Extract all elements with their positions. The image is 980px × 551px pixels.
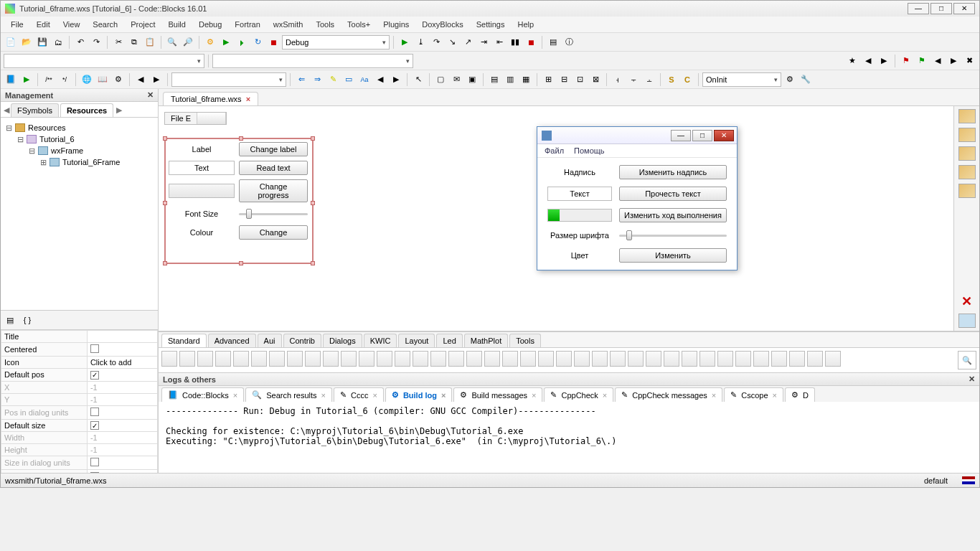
- designer-menustrip[interactable]: File E: [164, 112, 227, 125]
- designer-btn-read-text[interactable]: Read text: [239, 161, 308, 175]
- designer-slider[interactable]: [239, 208, 308, 220]
- palette-widget-0[interactable]: [161, 351, 177, 367]
- tree-twisty-icon[interactable]: ⊟: [5, 122, 12, 133]
- palette-widget-2[interactable]: [197, 351, 213, 367]
- jump-combo[interactable]: [171, 72, 286, 87]
- debug-windows-icon[interactable]: ▤: [546, 35, 560, 50]
- property-grid[interactable]: TitleCenteredIconClick to addDefault pos…: [1, 329, 158, 473]
- prop-key[interactable]: Title: [1, 331, 88, 343]
- palette-tab-dialogs[interactable]: Dialogs: [323, 334, 362, 347]
- bookmark-prev-icon[interactable]: ◀: [861, 54, 875, 68]
- grid1-icon[interactable]: ⊞: [541, 72, 555, 87]
- tree-twisty-icon[interactable]: ⊞: [39, 156, 47, 168]
- log-tab-cccc[interactable]: ✎Cccc×: [334, 387, 384, 402]
- save-icon[interactable]: 💾: [35, 35, 50, 50]
- event-combo[interactable]: OnInit: [702, 72, 781, 87]
- copy-icon[interactable]: ⧉: [127, 35, 141, 50]
- runtime-minimize-button[interactable]: —: [671, 130, 691, 141]
- step-out-icon[interactable]: ↗: [461, 35, 475, 50]
- tree-root[interactable]: Resources: [28, 122, 66, 133]
- gear-icon[interactable]: ⚙: [783, 72, 797, 87]
- runtime-text-field[interactable]: Текст: [547, 187, 612, 201]
- align3-icon[interactable]: ⫠: [642, 72, 656, 87]
- undo-icon[interactable]: ↶: [73, 35, 88, 50]
- grid4-icon[interactable]: ⊠: [588, 72, 603, 87]
- comment-block-icon[interactable]: /**: [42, 72, 56, 87]
- palette-widget-13[interactable]: [395, 351, 410, 367]
- arrow-left-icon[interactable]: ⇐: [294, 72, 308, 87]
- palette-widget-26[interactable]: [628, 351, 644, 367]
- menu-help[interactable]: Help: [512, 18, 540, 31]
- maximize-button[interactable]: □: [930, 3, 952, 14]
- designer-btn-change-label[interactable]: Change label: [239, 142, 308, 156]
- tree-twisty-icon[interactable]: ⊟: [17, 133, 24, 145]
- prop-val[interactable]: [87, 405, 157, 419]
- layout3-icon[interactable]: ▦: [519, 72, 533, 87]
- palette-tab-led[interactable]: Led: [436, 334, 462, 347]
- designer-btn-change-progress[interactable]: Change progress: [239, 179, 308, 202]
- dock-tool5-icon[interactable]: [958, 184, 976, 198]
- log-tab-search[interactable]: 🔍Search results×: [245, 387, 332, 402]
- select-icon[interactable]: ▭: [341, 72, 356, 87]
- menu-file[interactable]: File: [5, 18, 29, 31]
- management-close-icon[interactable]: ✕: [147, 90, 154, 100]
- designer-progress[interactable]: [169, 184, 235, 198]
- runtime-slider[interactable]: [619, 230, 727, 241]
- highlight-icon[interactable]: ✎: [326, 72, 340, 87]
- minimize-button[interactable]: —: [908, 3, 929, 14]
- palette-widget-20[interactable]: [520, 351, 536, 367]
- build-run-icon[interactable]: ⏵: [235, 35, 249, 50]
- palette-widget-10[interactable]: [341, 351, 357, 367]
- build-icon[interactable]: ⚙: [203, 35, 217, 50]
- wrench-icon[interactable]: 🔧: [798, 72, 813, 87]
- close-button[interactable]: ✕: [953, 3, 975, 14]
- log-tab-buildlog[interactable]: ⚙Build log×: [385, 387, 452, 402]
- palette-widget-36[interactable]: [807, 351, 823, 367]
- palette-widget-7[interactable]: [287, 351, 303, 367]
- prop-key[interactable]: Centered: [1, 343, 88, 357]
- palette-widget-33[interactable]: [753, 351, 769, 367]
- paste-icon[interactable]: 📋: [143, 35, 157, 50]
- bookmark-toggle-icon[interactable]: ★: [845, 54, 859, 68]
- menu-plugins[interactable]: Plugins: [377, 18, 415, 31]
- palette-widget-30[interactable]: [699, 351, 715, 367]
- menu-settings[interactable]: Settings: [471, 18, 511, 31]
- menu-build[interactable]: Build: [162, 18, 191, 31]
- next-line-icon[interactable]: ↷: [429, 35, 443, 50]
- arrow-right-icon[interactable]: ⇒: [310, 72, 324, 87]
- runtime-menu-help[interactable]: Помощь: [574, 146, 605, 155]
- log-tab-cppcheck[interactable]: ✎CppCheck×: [544, 387, 613, 402]
- palette-tab-layout[interactable]: Layout: [398, 334, 435, 347]
- palette-tab-aui[interactable]: Aui: [258, 334, 282, 347]
- palette-widget-18[interactable]: [484, 351, 500, 367]
- doxy-html-icon[interactable]: 🌐: [80, 72, 94, 87]
- prev-match-icon[interactable]: ◀: [373, 72, 387, 87]
- align2-icon[interactable]: ⫟: [626, 72, 641, 87]
- palette-widget-34[interactable]: [771, 351, 787, 367]
- grid3-icon[interactable]: ⊡: [573, 72, 587, 87]
- doxy-run-icon[interactable]: ▶: [19, 72, 34, 87]
- layout1-icon[interactable]: ▤: [487, 72, 501, 87]
- prop-val[interactable]: -1: [87, 444, 157, 456]
- menu-fortran[interactable]: Fortran: [229, 18, 265, 31]
- prop-key[interactable]: Y: [1, 393, 88, 405]
- designer-selection[interactable]: Label Change label Text Read text Change…: [164, 138, 314, 264]
- prop-val[interactable]: -1: [87, 393, 157, 405]
- log-tab-d[interactable]: ⚙D: [785, 387, 815, 402]
- palette-widget-8[interactable]: [305, 351, 321, 367]
- designer-label-caption[interactable]: Label: [169, 142, 235, 156]
- comment-line-icon[interactable]: */: [57, 72, 72, 87]
- palette-widget-27[interactable]: [646, 351, 661, 367]
- palette-widget-19[interactable]: [502, 351, 518, 367]
- runtime-btn-change[interactable]: Изменить: [619, 248, 727, 263]
- cursor-icon[interactable]: ↖: [411, 72, 425, 87]
- runtime-btn-change-caption[interactable]: Изменить надпись: [619, 165, 727, 179]
- prop-val[interactable]: Click to add: [87, 357, 157, 369]
- prop-grid-icon[interactable]: ▤: [3, 313, 17, 327]
- grid2-icon[interactable]: ⊟: [557, 72, 571, 87]
- info-icon[interactable]: ⓘ: [562, 35, 576, 50]
- logs-close-icon[interactable]: ✕: [969, 375, 975, 384]
- prop-val[interactable]: [87, 456, 157, 470]
- palette-widget-11[interactable]: [359, 351, 374, 367]
- abort-icon[interactable]: ⏹: [266, 35, 281, 50]
